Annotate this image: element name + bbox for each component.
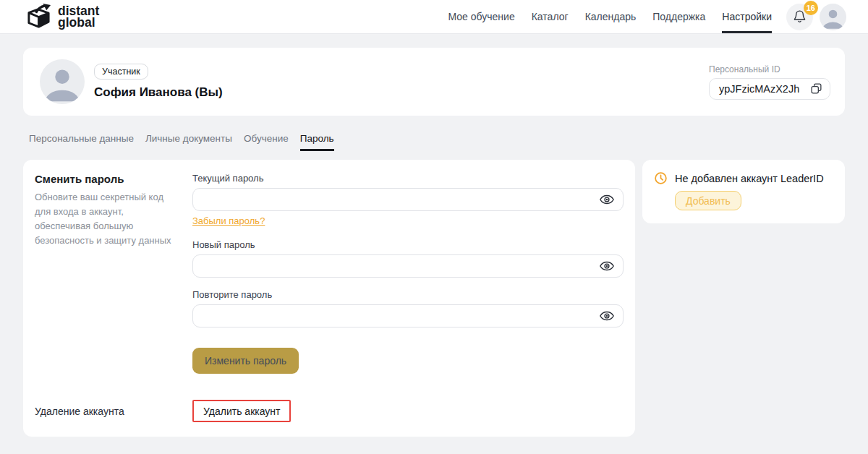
settings-page: Участник София Иванова (Вы) Персональный… xyxy=(0,34,868,437)
eye-icon xyxy=(599,258,615,274)
tab-learning[interactable]: Обучение xyxy=(244,133,289,151)
repeat-password-input[interactable] xyxy=(192,304,624,327)
nav-item-catalog[interactable]: Каталог xyxy=(532,0,569,33)
new-password-input[interactable] xyxy=(192,254,624,278)
eye-icon xyxy=(599,308,615,324)
nav-item-settings[interactable]: Настройки xyxy=(722,0,772,33)
nav-item-support[interactable]: Поддержка xyxy=(652,0,705,33)
change-password-title: Сменить пароль xyxy=(35,173,178,185)
personal-id-value: ypJFzicMAzX2Jh xyxy=(719,83,799,95)
brand-logo[interactable]: distant global xyxy=(26,0,99,33)
notification-count-badge: 16 xyxy=(804,1,818,15)
change-password-card: Сменить пароль Обновите ваш секретный ко… xyxy=(23,160,635,437)
current-password-input[interactable] xyxy=(192,188,624,211)
main-nav: Мое обучение Каталог Календарь Поддержка… xyxy=(448,0,772,33)
leaderid-status-message: Не добавлен аккаунт LeaderID xyxy=(675,173,824,184)
personal-id-block: Персональный ID ypJFzicMAzX2Jh xyxy=(709,64,830,100)
current-password-label: Текущий пароль xyxy=(192,173,624,184)
forgot-password-link[interactable]: Забыли пароль? xyxy=(192,215,265,226)
personal-id-field: ypJFzicMAzX2Jh xyxy=(709,78,830,100)
change-password-button[interactable]: Изменить пароль xyxy=(192,348,299,374)
toggle-new-password-visibility[interactable] xyxy=(599,258,615,274)
repeat-password-label: Повторите пароль xyxy=(192,289,624,300)
nav-item-calendar[interactable]: Календарь xyxy=(585,0,637,33)
personal-id-label: Персональный ID xyxy=(709,64,830,74)
delete-account-label: Удаление аккаунта xyxy=(35,406,192,417)
brand-name: distant global xyxy=(58,5,99,28)
user-avatar-button[interactable] xyxy=(820,4,846,30)
copy-icon xyxy=(810,82,822,95)
add-leaderid-button[interactable]: Добавить xyxy=(675,191,741,210)
profile-card: Участник София Иванова (Вы) Персональный… xyxy=(23,48,845,116)
toggle-current-password-visibility[interactable] xyxy=(599,192,615,207)
leaderid-card: Не добавлен аккаунт LeaderID Добавить xyxy=(642,160,845,223)
change-password-description: Обновите ваш секретный код для входа в а… xyxy=(35,190,178,249)
tab-personal-data[interactable]: Персональные данные xyxy=(29,133,134,151)
clock-icon xyxy=(654,171,668,185)
nav-item-my-learning[interactable]: Мое обучение xyxy=(448,0,515,33)
top-header: distant global Мое обучение Каталог Кале… xyxy=(0,0,868,34)
notifications-button[interactable]: 16 xyxy=(786,4,813,30)
profile-name: София Иванова (Вы) xyxy=(94,85,223,100)
tab-personal-documents[interactable]: Личные документы xyxy=(145,133,232,151)
eye-icon xyxy=(599,192,615,207)
role-badge: Участник xyxy=(94,64,148,80)
copy-id-button[interactable] xyxy=(810,82,822,95)
profile-tabs: Персональные данные Личные документы Обу… xyxy=(23,133,845,151)
cube-arrow-logo-icon xyxy=(26,4,51,30)
new-password-label: Новый пароль xyxy=(192,239,624,250)
person-silhouette-icon xyxy=(40,59,85,104)
tab-password[interactable]: Пароль xyxy=(300,133,334,151)
toggle-repeat-password-visibility[interactable] xyxy=(599,308,615,324)
person-silhouette-icon xyxy=(820,4,846,30)
delete-account-button[interactable]: Удалить аккаунт xyxy=(192,400,291,422)
profile-avatar xyxy=(40,59,85,104)
